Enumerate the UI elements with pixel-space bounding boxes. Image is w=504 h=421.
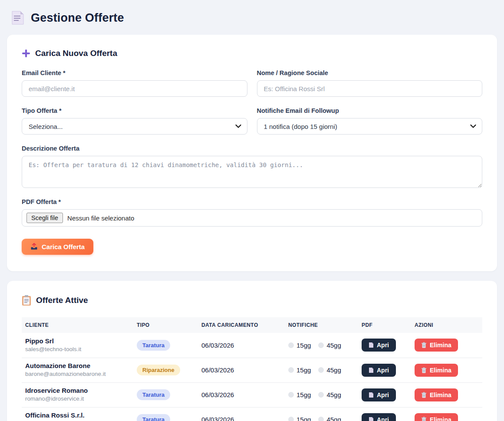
pdf-file-input[interactable]: Scegli file Nessun file selezionato bbox=[22, 209, 482, 227]
notifications-field-group: Notifiche Email di Followup 1 notifica (… bbox=[257, 107, 483, 135]
document-icon bbox=[369, 367, 374, 373]
active-offers-heading-text: Offerte Attive bbox=[36, 296, 88, 305]
notify-group: 15gg 45gg bbox=[288, 342, 355, 349]
upload-offer-button[interactable]: Carica Offerta bbox=[22, 239, 93, 255]
upload-offer-button-label: Carica Offerta bbox=[42, 243, 85, 250]
table-row: Pippo Srl sales@techno-tools.it Taratura… bbox=[22, 333, 482, 358]
offer-type-badge: Taratura bbox=[137, 414, 170, 421]
offer-type-badge: Riparazione bbox=[137, 365, 180, 375]
upload-form-heading: Carica Nuova Offerta bbox=[22, 49, 482, 58]
upload-date: 06/03/2026 bbox=[198, 358, 285, 382]
document-icon bbox=[369, 342, 374, 348]
name-field-group: Nome / Ragione Sociale bbox=[257, 69, 483, 97]
offer-type-label: Tipo Offerta * bbox=[22, 107, 247, 114]
upload-icon bbox=[30, 243, 38, 250]
column-header-tipo: TIPO bbox=[133, 317, 198, 333]
file-status-text: Nessun file selezionato bbox=[67, 214, 134, 222]
checkbox-circle-icon bbox=[288, 417, 294, 421]
clipboard-icon bbox=[22, 295, 31, 306]
upload-date: 06/03/2026 bbox=[198, 382, 285, 407]
notify-15gg-checkbox[interactable]: 15gg bbox=[288, 416, 311, 421]
delete-offer-button[interactable]: Elimina bbox=[415, 339, 458, 352]
active-offers-heading: Offerte Attive bbox=[22, 295, 482, 306]
description-label: Descrizione Offerta bbox=[22, 145, 482, 152]
trash-icon bbox=[421, 367, 427, 373]
notify-group: 15gg 45gg bbox=[288, 366, 355, 374]
upload-date: 06/03/2026 bbox=[198, 333, 285, 358]
checkbox-circle-icon bbox=[288, 367, 294, 373]
offers-table-header-row: CLIENTE TIPO DATA CARICAMENTO NOTIFICHE … bbox=[22, 317, 482, 333]
client-name: Officina Rossi S.r.l. bbox=[25, 411, 130, 420]
pdf-label: PDF Offerta * bbox=[22, 198, 482, 205]
trash-icon bbox=[421, 417, 427, 421]
client-name: Idroservice Romano bbox=[25, 387, 130, 395]
checkbox-circle-icon bbox=[288, 342, 294, 348]
description-field-group: Descrizione Offerta bbox=[22, 145, 482, 188]
offer-type-field-group: Tipo Offerta * Seleziona... bbox=[22, 107, 247, 135]
document-icon bbox=[369, 417, 374, 421]
open-pdf-button[interactable]: Apri bbox=[362, 413, 396, 421]
offer-type-badge: Taratura bbox=[137, 389, 170, 400]
active-offers-panel: Offerte Attive CLIENTE TIPO DATA CARICAM… bbox=[7, 281, 497, 421]
client-name: Automazione Barone bbox=[25, 362, 130, 370]
offer-type-select[interactable]: Seleziona... bbox=[22, 118, 247, 135]
pdf-field-group: PDF Offerta * Scegli file Nessun file se… bbox=[22, 198, 482, 227]
delete-offer-button[interactable]: Elimina bbox=[415, 413, 458, 421]
checkbox-circle-icon bbox=[318, 417, 324, 421]
email-input[interactable] bbox=[22, 80, 247, 97]
client-name: Pippo Srl bbox=[25, 337, 130, 345]
column-header-pdf: PDF bbox=[358, 317, 411, 333]
client-email: romano@idroservice.it bbox=[25, 395, 130, 403]
table-row: Automazione Barone barone@automazionebar… bbox=[22, 358, 482, 382]
notify-45gg-checkbox[interactable]: 45gg bbox=[318, 342, 341, 349]
column-header-azioni: AZIONI bbox=[411, 317, 482, 333]
column-header-cliente: CLIENTE bbox=[22, 317, 133, 333]
table-row: Idroservice Romano romano@idroservice.it… bbox=[22, 382, 482, 407]
offer-type-badge: Taratura bbox=[137, 340, 170, 351]
open-pdf-button[interactable]: Apri bbox=[362, 364, 396, 377]
plus-icon bbox=[22, 49, 30, 58]
notify-45gg-checkbox[interactable]: 45gg bbox=[318, 391, 341, 398]
email-field-group: Email Cliente * bbox=[22, 69, 247, 97]
open-pdf-button[interactable]: Apri bbox=[362, 339, 396, 352]
notify-15gg-checkbox[interactable]: 15gg bbox=[288, 342, 311, 349]
delete-offer-button[interactable]: Elimina bbox=[415, 364, 458, 377]
checkbox-circle-icon bbox=[288, 392, 294, 398]
email-label: Email Cliente * bbox=[22, 69, 247, 76]
trash-icon bbox=[421, 342, 427, 348]
offers-table: CLIENTE TIPO DATA CARICAMENTO NOTIFICHE … bbox=[22, 317, 482, 421]
notify-15gg-checkbox[interactable]: 15gg bbox=[288, 391, 311, 398]
description-textarea[interactable] bbox=[22, 156, 482, 188]
checkbox-circle-icon bbox=[318, 367, 324, 373]
upload-date: 06/03/2026 bbox=[198, 407, 285, 421]
table-row: Officina Rossi S.r.l. rossi@email.com Ta… bbox=[22, 407, 482, 421]
page-header: Gestione Offerte bbox=[0, 0, 504, 25]
column-header-data: DATA CARICAMENTO bbox=[198, 317, 285, 333]
notify-group: 15gg 45gg bbox=[288, 391, 355, 398]
company-name-input[interactable] bbox=[257, 80, 483, 97]
open-pdf-button[interactable]: Apri bbox=[362, 388, 396, 401]
document-icon bbox=[11, 10, 24, 25]
notifications-label: Notifiche Email di Followup bbox=[257, 107, 483, 114]
checkbox-circle-icon bbox=[318, 342, 324, 348]
choose-file-button[interactable]: Scegli file bbox=[26, 213, 63, 223]
notify-15gg-checkbox[interactable]: 15gg bbox=[288, 366, 311, 374]
client-email: barone@automazionebarone.it bbox=[25, 370, 130, 378]
notify-45gg-checkbox[interactable]: 45gg bbox=[318, 366, 341, 374]
notifications-select[interactable]: 1 notifica (dopo 15 giorni) bbox=[257, 118, 483, 135]
delete-offer-button[interactable]: Elimina bbox=[415, 388, 458, 401]
client-email: sales@techno-tools.it bbox=[25, 345, 130, 353]
upload-form-heading-text: Carica Nuova Offerta bbox=[35, 49, 117, 58]
column-header-notifiche: NOTIFICHE bbox=[285, 317, 358, 333]
trash-icon bbox=[421, 392, 427, 398]
page-title: Gestione Offerte bbox=[31, 11, 124, 25]
notify-group: 15gg 45gg bbox=[288, 416, 355, 421]
notify-45gg-checkbox[interactable]: 45gg bbox=[318, 416, 341, 421]
document-icon bbox=[369, 392, 374, 398]
checkbox-circle-icon bbox=[318, 392, 324, 398]
name-label: Nome / Ragione Sociale bbox=[257, 69, 483, 76]
upload-form-panel: Carica Nuova Offerta Email Cliente * Nom… bbox=[7, 35, 497, 271]
